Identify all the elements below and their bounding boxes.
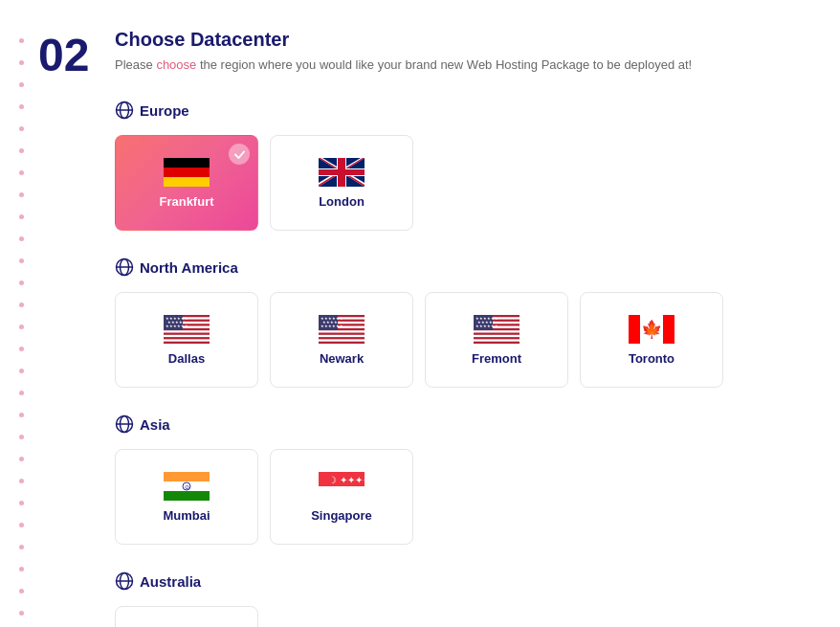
datacenter-card-singapore[interactable]: ☽ ✦✦✦✦✦ Singapore — [270, 449, 413, 545]
datacenter-grid-0: Frankfurt London — [115, 135, 821, 231]
svg-rect-22 — [164, 330, 210, 332]
dot — [19, 391, 24, 395]
globe-icon — [115, 571, 134, 591]
dot — [19, 545, 24, 549]
regions-container: Europe Frankfurt London North America — [115, 101, 821, 627]
dc-name-toronto: Toronto — [629, 351, 674, 366]
datacenter-card-fremont[interactable]: ★★★★★★ ★★★★★ ★★★★★★ Fremont — [425, 292, 568, 388]
region-title-3: Australia — [115, 571, 821, 591]
dot — [19, 214, 24, 219]
region-europe: Europe Frankfurt London — [115, 101, 821, 231]
svg-rect-53 — [663, 315, 674, 344]
svg-text:★★★★★★: ★★★★★★ — [475, 324, 498, 328]
dot — [19, 170, 24, 175]
svg-rect-44 — [474, 330, 519, 332]
flag-ca: 🍁 — [629, 315, 674, 344]
dc-name-singapore: Singapore — [311, 508, 372, 523]
datacenter-card-london[interactable]: London — [270, 135, 413, 231]
dot — [19, 457, 24, 461]
datacenter-grid-2: ⊙ Mumbai ☽ ✦✦✦✦✦ Singapore — [115, 449, 821, 545]
dot — [19, 126, 24, 131]
flag-sg: ☽ ✦✦✦✦✦ — [319, 472, 365, 501]
datacenter-card-sydney[interactable]: ✦ ✦ ✦ ✦ ✦ Sydney — [115, 606, 258, 627]
svg-rect-4 — [164, 168, 210, 177]
svg-text:★★★★★★: ★★★★★★ — [166, 324, 188, 328]
dot — [19, 435, 24, 439]
dc-name-dallas: Dallas — [168, 351, 205, 366]
dot — [19, 369, 24, 373]
page-title: Choose Datacenter — [115, 29, 821, 51]
svg-rect-64 — [319, 486, 365, 501]
dot — [19, 236, 24, 241]
dot — [19, 82, 24, 87]
dot — [19, 258, 24, 263]
dot — [19, 589, 24, 593]
flag-gb — [319, 158, 365, 187]
dc-name-mumbai: Mumbai — [163, 508, 210, 523]
region-title-1: North America — [115, 258, 821, 277]
subtitle-highlight: choose — [156, 57, 196, 72]
region-north-america: North America ★★★★★★ ★★★★★ ★★★★★★ Dallas — [115, 258, 821, 388]
datacenter-grid-3: ✦ ✦ ✦ ✦ ✦ Sydney — [115, 606, 821, 627]
dot — [19, 413, 24, 417]
dot — [19, 611, 24, 616]
svg-rect-46 — [474, 339, 519, 341]
region-name-1: North America — [140, 259, 238, 276]
dc-name-london: London — [319, 194, 365, 209]
flag-us: ★★★★★★ ★★★★★ ★★★★★★ — [164, 315, 210, 344]
svg-rect-24 — [164, 339, 210, 341]
globe-icon — [115, 258, 134, 277]
svg-text:☽ ✦✦✦✦✦: ☽ ✦✦✦✦✦ — [328, 475, 365, 485]
dc-name-fremont: Fremont — [472, 351, 521, 366]
svg-rect-35 — [319, 339, 365, 341]
datacenter-card-dallas[interactable]: ★★★★★★ ★★★★★ ★★★★★★ Dallas — [115, 292, 258, 388]
datacenter-card-frankfurt[interactable]: Frankfurt — [115, 135, 258, 231]
datacenter-card-newark[interactable]: ★★★★★★ ★★★★★ ★★★★★★ Newark — [270, 292, 413, 388]
region-australia: Australia ✦ ✦ ✦ ✦ ✦ Sydney — [115, 571, 821, 627]
svg-rect-3 — [164, 158, 210, 168]
dc-name-frankfurt: Frankfurt — [159, 194, 213, 209]
svg-rect-14 — [319, 169, 365, 175]
datacenter-grid-1: ★★★★★★ ★★★★★ ★★★★★★ Dallas ★★★★★★ ★★★★★ … — [115, 292, 821, 388]
side-dots — [19, 29, 38, 627]
subtitle-post: the region where you would like your bra… — [196, 57, 692, 72]
datacenter-card-toronto[interactable]: 🍁 Toronto — [580, 292, 723, 388]
flag-de — [164, 158, 210, 187]
dot — [19, 38, 24, 43]
dot — [19, 325, 24, 329]
svg-rect-52 — [629, 315, 640, 344]
region-name-3: Australia — [140, 573, 201, 590]
globe-icon — [115, 101, 134, 120]
svg-text:⊙: ⊙ — [185, 483, 189, 489]
dot — [19, 347, 24, 351]
step-number: 02 — [38, 29, 105, 627]
svg-rect-5 — [164, 177, 210, 187]
region-name-2: Asia — [140, 416, 170, 433]
dot — [19, 104, 24, 109]
region-asia: Asia ⊙ Mumbai ☽ ✦✦✦✦✦ Singapore — [115, 414, 821, 545]
svg-rect-58 — [164, 472, 210, 481]
globe-icon — [115, 414, 134, 434]
svg-rect-34 — [319, 334, 365, 336]
region-title-2: Asia — [115, 414, 821, 434]
dot — [19, 501, 24, 505]
svg-rect-33 — [319, 330, 365, 332]
datacenter-card-mumbai[interactable]: ⊙ Mumbai — [115, 449, 258, 545]
main-content: Choose Datacenter Please choose the regi… — [105, 29, 821, 627]
page-subtitle: Please choose the region where you would… — [115, 56, 821, 74]
dot — [19, 60, 24, 65]
svg-rect-45 — [474, 334, 519, 336]
dot — [19, 192, 24, 197]
svg-text:🍁: 🍁 — [641, 319, 663, 340]
svg-rect-23 — [164, 334, 210, 336]
dot — [19, 302, 24, 307]
flag-us: ★★★★★★ ★★★★★ ★★★★★★ — [474, 315, 519, 344]
dot — [19, 280, 24, 285]
flag-in: ⊙ — [164, 472, 210, 501]
region-title-0: Europe — [115, 101, 821, 120]
dc-name-newark: Newark — [320, 351, 364, 366]
check-badge — [229, 144, 250, 165]
dot — [19, 523, 24, 527]
dot — [19, 567, 24, 571]
dot — [19, 479, 24, 483]
